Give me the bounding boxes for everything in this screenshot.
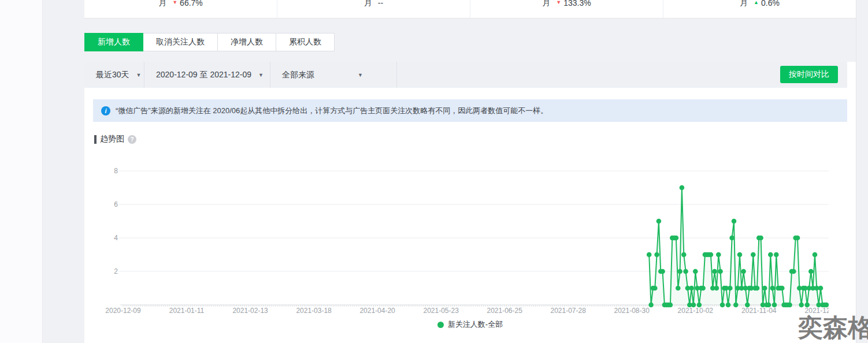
svg-text:2: 2 bbox=[114, 267, 118, 275]
legend-dot-icon bbox=[437, 322, 444, 328]
svg-text:2021-11-04: 2021-11-04 bbox=[741, 307, 777, 315]
trend-chart[interactable]: 24682020-12-092021-01-112021-02-132021-0… bbox=[0, 0, 868, 343]
watermark-text: 奕森格 bbox=[798, 315, 868, 340]
svg-text:4: 4 bbox=[114, 234, 118, 242]
svg-text:6: 6 bbox=[114, 200, 118, 208]
legend-label: 新关注人数-全部 bbox=[448, 319, 503, 330]
chart-legend: 新关注人数-全部 bbox=[84, 319, 856, 330]
svg-text:8: 8 bbox=[114, 167, 118, 175]
svg-text:2021-02-13: 2021-02-13 bbox=[232, 307, 268, 315]
svg-text:2021-06-25: 2021-06-25 bbox=[487, 307, 523, 315]
tab-new-followers[interactable]: 新增人数 bbox=[84, 33, 143, 51]
svg-text:2021-01-11: 2021-01-11 bbox=[169, 307, 205, 315]
svg-text:2021-05-23: 2021-05-23 bbox=[424, 307, 459, 315]
svg-text:2021-03-18: 2021-03-18 bbox=[296, 307, 332, 315]
svg-text:2020-12-09: 2020-12-09 bbox=[105, 307, 141, 315]
svg-text:2021-04-20: 2021-04-20 bbox=[359, 307, 395, 315]
svg-text:2021-10-02: 2021-10-02 bbox=[678, 307, 714, 315]
svg-text:2021-07-28: 2021-07-28 bbox=[551, 307, 587, 315]
svg-text:2021-08-30: 2021-08-30 bbox=[614, 307, 650, 315]
